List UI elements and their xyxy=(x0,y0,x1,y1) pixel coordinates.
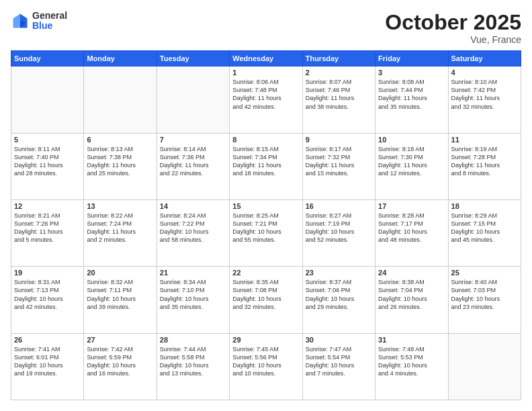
weekday-header-cell: Friday xyxy=(375,51,448,66)
logo: General Blue xyxy=(11,11,67,32)
calendar-day-cell xyxy=(84,66,157,133)
day-number: 20 xyxy=(87,269,153,277)
day-info: Sunrise: 8:40 AM Sunset: 7:03 PM Dayligh… xyxy=(451,278,518,311)
weekday-header-cell: Thursday xyxy=(302,51,375,66)
calendar-day-cell: 29Sunrise: 7:45 AM Sunset: 5:56 PM Dayli… xyxy=(230,333,302,400)
day-info: Sunrise: 8:19 AM Sunset: 7:28 PM Dayligh… xyxy=(451,145,518,178)
calendar-day-cell: 22Sunrise: 8:35 AM Sunset: 7:08 PM Dayli… xyxy=(230,267,302,333)
location: Vue, France xyxy=(385,34,521,45)
calendar-day-cell: 1Sunrise: 8:06 AM Sunset: 7:48 PM Daylig… xyxy=(230,66,302,133)
calendar-week-row: 1Sunrise: 8:06 AM Sunset: 7:48 PM Daylig… xyxy=(11,66,521,133)
day-number: 12 xyxy=(14,202,81,210)
calendar-day-cell: 4Sunrise: 8:10 AM Sunset: 7:42 PM Daylig… xyxy=(448,66,521,133)
calendar-day-cell: 21Sunrise: 8:34 AM Sunset: 7:10 PM Dayli… xyxy=(157,267,229,333)
calendar-day-cell xyxy=(448,333,521,400)
day-info: Sunrise: 7:45 AM Sunset: 5:56 PM Dayligh… xyxy=(232,345,299,378)
calendar-day-cell: 28Sunrise: 7:44 AM Sunset: 5:58 PM Dayli… xyxy=(157,333,229,400)
calendar-day-cell: 7Sunrise: 8:14 AM Sunset: 7:36 PM Daylig… xyxy=(157,133,229,199)
day-number: 30 xyxy=(306,336,372,344)
day-number: 26 xyxy=(14,336,81,344)
day-info: Sunrise: 8:25 AM Sunset: 7:21 PM Dayligh… xyxy=(232,212,299,244)
title-block: October 2025 Vue, France xyxy=(385,11,521,45)
day-number: 2 xyxy=(306,68,372,77)
weekday-header-cell: Sunday xyxy=(11,51,84,66)
logo-general: General xyxy=(32,11,67,21)
calendar-body: 1Sunrise: 8:06 AM Sunset: 7:48 PM Daylig… xyxy=(11,66,521,400)
day-info: Sunrise: 8:34 AM Sunset: 7:10 PM Dayligh… xyxy=(160,278,226,311)
day-info: Sunrise: 8:38 AM Sunset: 7:04 PM Dayligh… xyxy=(378,278,445,311)
calendar-day-cell: 17Sunrise: 8:28 AM Sunset: 7:17 PM Dayli… xyxy=(375,199,448,266)
day-number: 11 xyxy=(451,136,518,144)
day-info: Sunrise: 8:28 AM Sunset: 7:17 PM Dayligh… xyxy=(378,212,445,244)
calendar-week-row: 5Sunrise: 8:11 AM Sunset: 7:40 PM Daylig… xyxy=(11,133,521,199)
day-number: 8 xyxy=(232,136,299,144)
calendar-day-cell: 31Sunrise: 7:48 AM Sunset: 5:53 PM Dayli… xyxy=(375,333,448,400)
day-number: 23 xyxy=(306,269,372,277)
day-number: 14 xyxy=(160,202,226,210)
calendar-day-cell: 2Sunrise: 8:07 AM Sunset: 7:46 PM Daylig… xyxy=(302,66,375,133)
day-info: Sunrise: 7:42 AM Sunset: 5:59 PM Dayligh… xyxy=(87,345,153,378)
day-number: 31 xyxy=(378,336,445,344)
day-number: 27 xyxy=(87,336,153,344)
calendar-day-cell: 30Sunrise: 7:47 AM Sunset: 5:54 PM Dayli… xyxy=(302,333,375,400)
day-number: 5 xyxy=(14,136,81,144)
day-info: Sunrise: 8:13 AM Sunset: 7:38 PM Dayligh… xyxy=(87,145,153,178)
month-title: October 2025 xyxy=(385,11,521,34)
calendar-day-cell: 8Sunrise: 8:15 AM Sunset: 7:34 PM Daylig… xyxy=(230,133,302,199)
calendar-day-cell: 20Sunrise: 8:32 AM Sunset: 7:11 PM Dayli… xyxy=(84,267,157,333)
day-info: Sunrise: 8:32 AM Sunset: 7:11 PM Dayligh… xyxy=(87,278,153,311)
day-number: 16 xyxy=(306,202,372,210)
day-info: Sunrise: 8:06 AM Sunset: 7:48 PM Dayligh… xyxy=(232,78,299,111)
calendar-day-cell: 27Sunrise: 7:42 AM Sunset: 5:59 PM Dayli… xyxy=(84,333,157,400)
day-info: Sunrise: 8:21 AM Sunset: 7:26 PM Dayligh… xyxy=(14,212,81,244)
day-number: 10 xyxy=(378,136,445,144)
logo-text: General Blue xyxy=(32,11,67,32)
calendar-day-cell: 18Sunrise: 8:29 AM Sunset: 7:15 PM Dayli… xyxy=(448,199,521,266)
day-info: Sunrise: 8:07 AM Sunset: 7:46 PM Dayligh… xyxy=(306,78,372,111)
day-number: 9 xyxy=(306,136,372,144)
calendar-day-cell: 19Sunrise: 8:31 AM Sunset: 7:13 PM Dayli… xyxy=(11,267,84,333)
header: General Blue October 2025 Vue, France xyxy=(11,11,521,45)
calendar-day-cell: 23Sunrise: 8:37 AM Sunset: 7:06 PM Dayli… xyxy=(302,267,375,333)
calendar-day-cell: 10Sunrise: 8:18 AM Sunset: 7:30 PM Dayli… xyxy=(375,133,448,199)
calendar-day-cell: 16Sunrise: 8:27 AM Sunset: 7:19 PM Dayli… xyxy=(302,199,375,266)
day-info: Sunrise: 8:17 AM Sunset: 7:32 PM Dayligh… xyxy=(306,145,372,178)
day-info: Sunrise: 8:10 AM Sunset: 7:42 PM Dayligh… xyxy=(451,78,518,111)
calendar-day-cell: 14Sunrise: 8:24 AM Sunset: 7:22 PM Dayli… xyxy=(157,199,229,266)
day-info: Sunrise: 8:15 AM Sunset: 7:34 PM Dayligh… xyxy=(232,145,299,178)
day-info: Sunrise: 7:47 AM Sunset: 5:54 PM Dayligh… xyxy=(306,345,372,378)
calendar-day-cell: 5Sunrise: 8:11 AM Sunset: 7:40 PM Daylig… xyxy=(11,133,84,199)
day-info: Sunrise: 8:27 AM Sunset: 7:19 PM Dayligh… xyxy=(306,212,372,244)
day-info: Sunrise: 8:18 AM Sunset: 7:30 PM Dayligh… xyxy=(378,145,445,178)
day-number: 24 xyxy=(378,269,445,277)
day-number: 22 xyxy=(232,269,299,277)
calendar-week-row: 19Sunrise: 8:31 AM Sunset: 7:13 PM Dayli… xyxy=(11,267,521,333)
logo-blue: Blue xyxy=(32,21,67,31)
day-info: Sunrise: 8:14 AM Sunset: 7:36 PM Dayligh… xyxy=(160,145,226,178)
calendar-day-cell: 24Sunrise: 8:38 AM Sunset: 7:04 PM Dayli… xyxy=(375,267,448,333)
weekday-header-cell: Wednesday xyxy=(230,51,302,66)
day-number: 17 xyxy=(378,202,445,210)
calendar-day-cell xyxy=(157,66,229,133)
calendar-day-cell xyxy=(11,66,84,133)
day-number: 21 xyxy=(160,269,226,277)
day-info: Sunrise: 8:37 AM Sunset: 7:06 PM Dayligh… xyxy=(306,278,372,311)
day-number: 13 xyxy=(87,202,153,210)
day-number: 4 xyxy=(451,68,518,77)
day-info: Sunrise: 8:22 AM Sunset: 7:24 PM Dayligh… xyxy=(87,212,153,244)
calendar-day-cell: 26Sunrise: 7:41 AM Sunset: 6:01 PM Dayli… xyxy=(11,333,84,400)
day-number: 25 xyxy=(451,269,518,277)
weekday-header-cell: Tuesday xyxy=(157,51,229,66)
day-info: Sunrise: 7:41 AM Sunset: 6:01 PM Dayligh… xyxy=(14,345,81,378)
day-number: 29 xyxy=(232,336,299,344)
calendar-day-cell: 11Sunrise: 8:19 AM Sunset: 7:28 PM Dayli… xyxy=(448,133,521,199)
calendar-day-cell: 12Sunrise: 8:21 AM Sunset: 7:26 PM Dayli… xyxy=(11,199,84,266)
calendar-week-row: 12Sunrise: 8:21 AM Sunset: 7:26 PM Dayli… xyxy=(11,199,521,266)
day-number: 15 xyxy=(232,202,299,210)
day-info: Sunrise: 8:24 AM Sunset: 7:22 PM Dayligh… xyxy=(160,212,226,244)
calendar-week-row: 26Sunrise: 7:41 AM Sunset: 6:01 PM Dayli… xyxy=(11,333,521,400)
calendar-day-cell: 13Sunrise: 8:22 AM Sunset: 7:24 PM Dayli… xyxy=(84,199,157,266)
day-info: Sunrise: 7:44 AM Sunset: 5:58 PM Dayligh… xyxy=(160,345,226,378)
day-number: 28 xyxy=(160,336,226,344)
day-info: Sunrise: 8:31 AM Sunset: 7:13 PM Dayligh… xyxy=(14,278,81,311)
